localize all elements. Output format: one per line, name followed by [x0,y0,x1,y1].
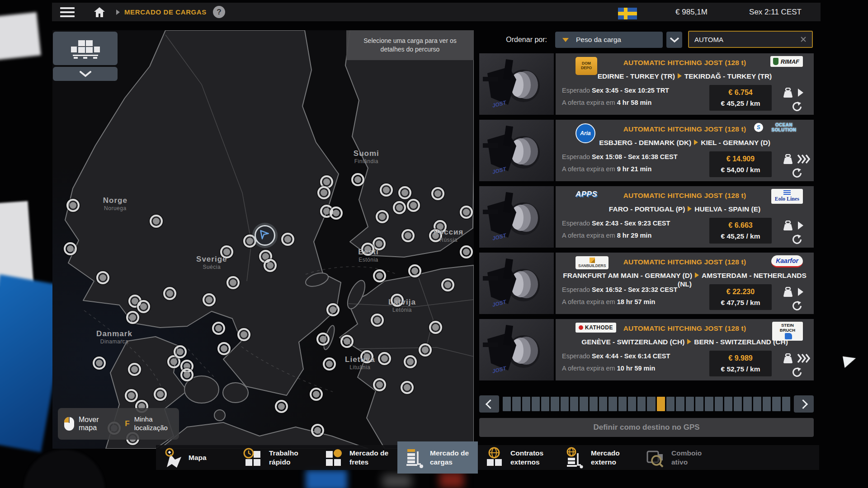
nav-item-comboio-ativo[interactable]: Comboio ativo [639,445,719,470]
map-city-dot[interactable] [361,243,374,256]
nav-item-mapa[interactable]: Mapa [156,445,236,470]
map-city-dot[interactable] [391,294,404,307]
cargo-offer-card[interactable]: SANBUILDERSAUTOMATIC HITCHING JOST (128 … [556,253,814,314]
pagination-segment[interactable] [695,397,703,411]
map-city-dot[interactable] [217,342,231,355]
nav-item-mercado-de-cargas[interactable]: Mercado de cargas [397,441,478,474]
map-city-dot[interactable] [373,378,386,391]
map-city-dot[interactable] [340,335,354,348]
search-input[interactable] [689,36,800,43]
map-city-dot[interactable] [408,264,421,277]
map-city-dot[interactable] [373,237,386,250]
pagination-segment[interactable] [715,397,723,411]
map-city-dot[interactable] [150,215,163,228]
map-city-dot[interactable] [429,229,442,242]
map-city-dot[interactable] [460,245,473,258]
map-city-dot[interactable] [180,368,193,381]
pagination-segment[interactable] [522,397,530,411]
pagination-segment[interactable] [551,397,559,411]
map-city-dot[interactable] [407,199,420,212]
map-city-dot[interactable] [441,278,454,291]
map-city-dot[interactable] [226,276,240,289]
pagination-segment[interactable] [512,397,520,411]
map-city-dot[interactable] [419,343,432,357]
map-city-dot[interactable] [264,259,277,272]
map-city-dot[interactable] [96,271,109,284]
map-city-dot[interactable] [237,328,250,341]
page-previous-button[interactable] [479,395,499,413]
map-city-dot[interactable] [137,300,150,313]
map-city-dot[interactable] [431,187,444,200]
nav-item-mercado-de-fretes[interactable]: Mercado de fretes [317,445,397,470]
pagination-segment[interactable] [637,397,646,411]
map-city-dot[interactable] [360,350,373,363]
pagination-segment[interactable] [686,397,694,411]
home-icon[interactable] [94,7,105,18]
pagination-segment[interactable] [666,397,675,411]
cargo-offer-card[interactable]: DOM DEPOAUTOMATIC HITCHING JOST (128 t)R… [556,53,814,115]
world-map[interactable]: NorgeNoruegaSverigeSuéciaSuomiFinlândiaE… [52,30,474,449]
pagination-segment[interactable] [763,397,771,411]
map-city-dot[interactable] [174,345,187,358]
sort-dropdown[interactable]: Peso da carga [555,32,663,48]
pagination-segment[interactable] [532,397,540,411]
pagination-segment[interactable] [541,397,549,411]
cargo-offer-card[interactable]: APPSAUTOMATIC HITCHING JOST (128 t)Eolo … [556,186,814,248]
map-city-dot[interactable] [316,333,330,346]
trailer-toggle-button[interactable] [53,32,118,65]
help-icon[interactable]: ? [213,6,225,18]
pagination-segment[interactable] [570,397,578,411]
map-city-dot[interactable] [373,269,386,282]
cargo-offer-card[interactable]: AriaAUTOMATIC HITCHING JOST (128 t)OCEAN… [556,120,814,181]
map-city-dot[interactable] [311,424,324,437]
pagination-segment[interactable] [618,397,627,411]
map-city-dot[interactable] [126,311,139,324]
map-city-dot[interactable] [371,314,384,327]
nav-item-trabalho-rapido[interactable]: Trabalho rápido [236,445,317,470]
map-city-dot[interactable] [351,173,364,186]
cargo-search-box[interactable] [688,31,813,48]
pagination-segment[interactable] [724,397,732,411]
sort-dropdown-expand-button[interactable] [666,32,682,48]
map-city-dot[interactable] [376,210,389,223]
map-city-dot[interactable] [401,229,415,242]
pagination-segment[interactable] [647,397,655,411]
map-city-dot[interactable] [326,303,340,316]
set-gps-destination-button[interactable]: Definir como destino no GPS [479,418,814,437]
map-city-dot[interactable] [154,388,167,401]
clear-search-icon[interactable] [800,36,807,42]
map-city-dot[interactable] [66,199,80,212]
pagination-segment[interactable] [753,397,761,411]
pagination-segment[interactable] [705,397,713,411]
pagination-segment[interactable] [734,397,742,411]
map-city-dot[interactable] [93,357,106,370]
nav-item-mercado-externo[interactable]: Mercado externo [558,445,639,470]
collapse-button[interactable] [53,67,118,81]
pagination-segment[interactable] [676,397,684,411]
map-city-dot[interactable] [429,321,442,334]
map-city-dot[interactable] [404,355,417,368]
pagination-segment[interactable] [580,397,588,411]
map-city-dot[interactable] [330,206,343,220]
pagination-segment[interactable] [782,397,790,411]
map-city-dot[interactable] [203,293,216,306]
map-city-dot[interactable] [310,388,323,401]
pagination-segment[interactable] [590,397,598,411]
page-next-button[interactable] [794,395,814,413]
map-city-dot[interactable] [125,389,138,402]
map-city-dot[interactable] [398,186,411,199]
map-city-dot[interactable] [323,357,336,371]
map-city-dot[interactable] [220,245,233,258]
pagination-segment[interactable] [561,397,569,411]
map-city-dot[interactable] [401,381,414,394]
map-city-dot[interactable] [317,186,330,199]
map-city-dot[interactable] [460,206,473,219]
cargo-offer-card[interactable]: KATHODEAUTOMATIC HITCHING JOST (128 t)ST… [556,319,814,380]
map-city-dot[interactable] [163,287,176,300]
map-city-dot[interactable] [393,201,406,214]
pagination-segment[interactable] [609,397,617,411]
map-city-dot[interactable] [378,352,391,365]
map-city-dot[interactable] [275,400,288,413]
map-city-dot[interactable] [212,322,225,335]
pagination-segment[interactable] [743,397,751,411]
